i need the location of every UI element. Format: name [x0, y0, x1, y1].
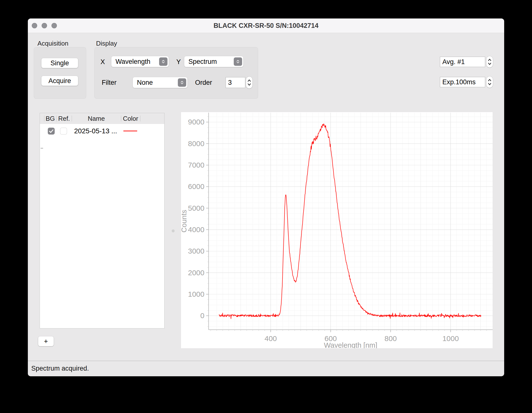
ref-checkbox[interactable]	[60, 128, 67, 135]
filter-label: Filter	[102, 79, 116, 86]
order-label: Order	[195, 79, 212, 86]
x-tick-label: 400	[265, 334, 277, 343]
bg-checkbox[interactable]	[48, 128, 55, 135]
averages-input[interactable]: Avg. #1	[440, 57, 485, 67]
spectra-table-header: BG Ref. Name Color	[40, 113, 164, 124]
y-tick-label: 6000	[188, 182, 204, 190]
column-header-ref[interactable]: Ref.	[56, 113, 72, 124]
y-tick-label: 0	[200, 311, 204, 320]
spectra-table: BG Ref. Name Color 2025-05-13 ...	[40, 113, 165, 328]
spectra-table-body: 2025-05-13 ...	[40, 124, 164, 328]
y-axis-title: Counts	[181, 210, 188, 233]
acquisition-group-label: Acquisition	[37, 40, 68, 47]
acquire-button[interactable]: Acquire	[41, 76, 78, 86]
y-tick-label: 7000	[188, 161, 204, 169]
spectrum-chart[interactable]: 0100020003000400050006000700080009000400…	[181, 112, 493, 348]
popup-chevrons-icon	[234, 57, 242, 66]
grid-minor	[209, 113, 493, 330]
x-axis-select-label: X	[100, 58, 105, 66]
exposure-input[interactable]: Exp.100ms	[440, 77, 485, 87]
axes	[209, 113, 493, 330]
add-spectrum-button[interactable]: +	[38, 336, 54, 346]
status-bar: Spectrum acquired.	[28, 361, 504, 376]
order-stepper[interactable]	[246, 77, 252, 88]
table-row[interactable]: 2025-05-13 ...	[40, 124, 164, 138]
spectrum-trace	[219, 124, 481, 319]
pane-splitter-handle[interactable]	[172, 229, 175, 232]
y-tick-label: 4000	[188, 225, 204, 234]
x-axis-dropdown[interactable]: Wavelength	[111, 56, 169, 67]
checkmark-icon	[48, 128, 55, 135]
popup-chevrons-icon	[159, 57, 167, 66]
single-button[interactable]: Single	[41, 58, 78, 68]
averages-stepper[interactable]	[486, 56, 493, 68]
y-axis-dropdown-value: Spectrum	[188, 56, 217, 67]
spectrum-color-swatch[interactable]	[123, 131, 137, 131]
x-tick-label: 1000	[442, 334, 459, 343]
spectrum-name: 2025-05-13 ...	[74, 124, 117, 138]
display-group-box	[94, 47, 258, 99]
y-tick-label: 3000	[188, 247, 204, 255]
title-bar: BLACK CXR-SR-50 S/N:10042714	[28, 18, 504, 33]
spectrum-plot: 0100020003000400050006000700080009000400…	[181, 112, 493, 348]
exposure-stepper[interactable]	[486, 76, 493, 88]
y-axis-select-label: Y	[176, 58, 181, 66]
y-axis-dropdown[interactable]: Spectrum	[184, 56, 243, 67]
x-tick-label: 800	[384, 334, 397, 343]
y-tick-label: 8000	[188, 139, 204, 148]
window-title: BLACK CXR-SR-50 S/N:10042714	[28, 18, 504, 33]
x-axis-dropdown-value: Wavelength	[116, 56, 150, 67]
x-axis-title: Wavelength [nm]	[324, 341, 377, 348]
row-drag-handle	[41, 148, 43, 149]
order-input[interactable]: 3	[226, 77, 245, 88]
y-tick-label: 2000	[188, 269, 204, 277]
display-group-label: Display	[96, 40, 117, 47]
grid-major	[209, 113, 493, 330]
column-header-bg[interactable]: BG	[44, 113, 56, 124]
y-tick-label: 5000	[188, 204, 204, 212]
y-tick-label: 9000	[188, 118, 204, 126]
y-tick-label: 1000	[188, 290, 204, 298]
filter-dropdown-value: None	[137, 77, 153, 88]
column-header-color[interactable]: Color	[121, 113, 140, 124]
status-message: Spectrum acquired.	[31, 361, 89, 376]
acquisition-group-box	[34, 47, 86, 99]
filter-dropdown[interactable]: None	[133, 77, 187, 88]
column-header-name[interactable]: Name	[72, 113, 121, 124]
popup-chevrons-icon	[178, 78, 186, 87]
app-window: BLACK CXR-SR-50 S/N:10042714 Acquisition…	[28, 18, 504, 376]
